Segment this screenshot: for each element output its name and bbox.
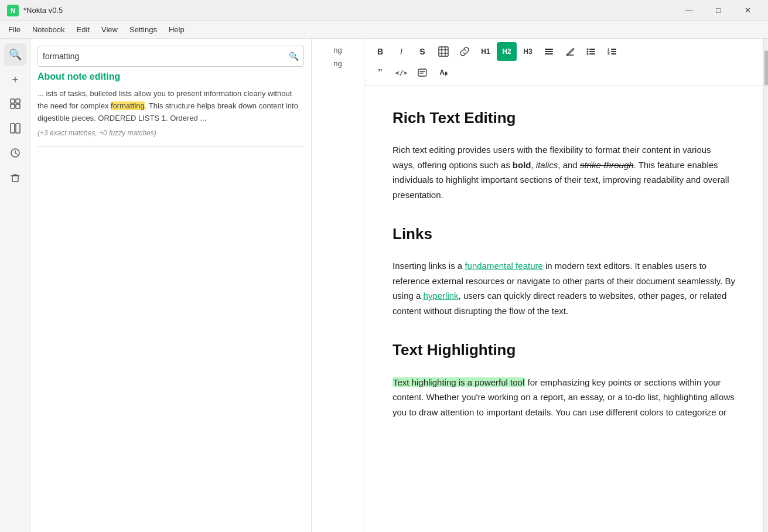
svg-rect-21 [589,51,595,52]
partial-panel: ng ng [312,39,364,532]
window-title: *Nokta v0.5 [23,6,675,15]
scroll-indicator[interactable] [763,39,768,532]
svg-rect-14 [545,51,553,52]
toolbar-row-1: B I S [370,42,757,61]
excerpt-highlight-0: formatting [111,101,145,110]
main-area: 🔍 ＋ [0,39,768,532]
sidebar-history-button[interactable] [4,142,26,164]
search-input-row: 🔍 [30,39,311,71]
result-divider [37,146,304,147]
svg-rect-3 [16,104,20,108]
svg-point-19 [587,53,589,55]
toolbar-code-block[interactable] [412,63,432,82]
menu-view[interactable]: View [95,23,124,36]
link-fundamental-feature[interactable]: fundamental feature [465,261,542,271]
svg-rect-26 [611,49,616,50]
window-controls: — □ ✕ [675,1,761,20]
editor-content[interactable]: Rich Text Editing Rich text editing prov… [364,86,763,532]
svg-rect-8 [439,47,448,56]
svg-rect-7 [12,176,18,182]
titlebar: N *Nokta v0.5 — □ ✕ [0,0,768,21]
svg-rect-1 [16,99,20,103]
menu-settings[interactable]: Settings [124,23,163,36]
svg-rect-5 [16,124,20,133]
menubar: File Notebook Edit View Settings Help [0,21,768,39]
section-paragraph-0-0: Rich text editing provides users with th… [392,142,735,202]
toolbar-bold[interactable]: B [370,42,390,61]
svg-rect-22 [589,53,595,54]
toolbar-h1[interactable]: H1 [476,42,496,61]
result-excerpt-0: ... ists of tasks, bulleted lists allow … [37,88,304,124]
close-button[interactable]: ✕ [734,1,761,20]
menu-help[interactable]: Help [163,23,190,36]
svg-rect-4 [11,124,15,133]
app-icon: N [7,5,19,16]
menu-notebook[interactable]: Notebook [26,23,71,36]
toolbar-blockquote[interactable]: " [370,63,390,82]
toolbar-ordered-list[interactable]: 1. 2. 3. [602,42,622,61]
svg-text:3.: 3. [607,52,610,56]
search-input[interactable] [43,52,289,61]
sidebar-add-button[interactable]: ＋ [4,68,26,90]
section-heading-1: Links [392,221,735,247]
svg-rect-28 [611,53,616,54]
toolbar-italic[interactable]: I [391,42,411,61]
toolbar-code-inline[interactable]: </> [391,63,411,82]
search-panel: 🔍 About note editing ... ists of tasks, … [30,39,312,532]
toolbar-table[interactable] [434,42,453,61]
minimize-button[interactable]: — [675,1,702,20]
svg-rect-15 [545,53,553,54]
section-paragraph-1-0: Inserting links is a fundamental feature… [392,258,735,318]
svg-rect-2 [11,104,15,108]
sidebar-panels-button[interactable] [4,93,26,115]
highlight-text-0: Text highlighting is a powerful tool [392,377,525,387]
toolbar-bullet-list[interactable] [581,42,601,61]
section-paragraph-2-0: Text highlighting is a powerful tool for… [392,375,735,420]
menu-edit[interactable]: Edit [71,23,95,36]
toolbar-spell-check[interactable]: Aᵦ [434,63,453,82]
partial-line-1: ng [314,43,361,57]
menu-file[interactable]: File [2,23,26,36]
svg-rect-27 [611,51,616,52]
maximize-button[interactable]: □ [705,1,732,20]
search-results: About note editing ... ists of tasks, bu… [30,71,311,532]
toolbar-h2[interactable]: H2 [497,42,517,61]
link-hyperlink[interactable]: hyperlink [424,291,459,301]
result-title-0[interactable]: About note editing [37,71,304,82]
section-heading-2: Text Highlighting [392,337,735,363]
toolbar-indent[interactable] [539,42,559,61]
section-heading-0: Rich Text Editing [392,105,735,131]
toolbar-link[interactable] [455,42,475,61]
svg-rect-13 [545,49,553,50]
toolbar: B I S [364,39,763,86]
sidebar-split-button[interactable] [4,117,26,139]
search-submit-icon[interactable]: 🔍 [289,52,299,61]
match-info-0: (+3 exact matches, +0 fuzzy matches) [37,129,304,137]
sidebar-delete-button[interactable] [4,166,26,189]
toolbar-row-2: " </> Aᵦ [370,63,757,82]
search-input-wrap[interactable]: 🔍 [37,46,304,67]
sidebar-search-button[interactable]: 🔍 [4,43,26,66]
icon-sidebar: 🔍 ＋ [0,39,30,532]
svg-rect-31 [419,73,424,74]
toolbar-h3[interactable]: H3 [518,42,538,61]
toolbar-pen-highlight[interactable] [560,42,580,61]
svg-rect-0 [11,99,15,103]
partial-line-2: ng [314,57,361,70]
svg-point-18 [587,51,589,53]
svg-rect-20 [589,49,595,50]
toolbar-strikethrough[interactable]: S [412,42,432,61]
svg-rect-30 [419,71,425,72]
editor-area: B I S [364,39,763,532]
scroll-thumb[interactable] [764,50,768,86]
svg-point-17 [587,49,589,50]
